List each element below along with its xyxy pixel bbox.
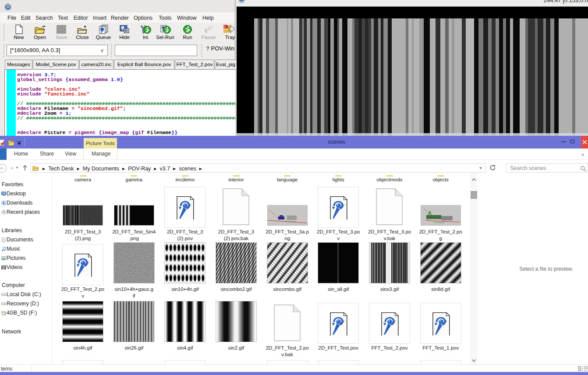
svg-text:z: z — [205, 27, 208, 34]
svg-text:2: 2 — [211, 25, 213, 28]
svg-text:Filename text: Filename text — [434, 221, 445, 223]
svg-text:38: 38 — [223, 25, 226, 28]
svg-text:z: z — [208, 26, 210, 31]
svg-text:Filename text: Filename text — [285, 220, 296, 223]
